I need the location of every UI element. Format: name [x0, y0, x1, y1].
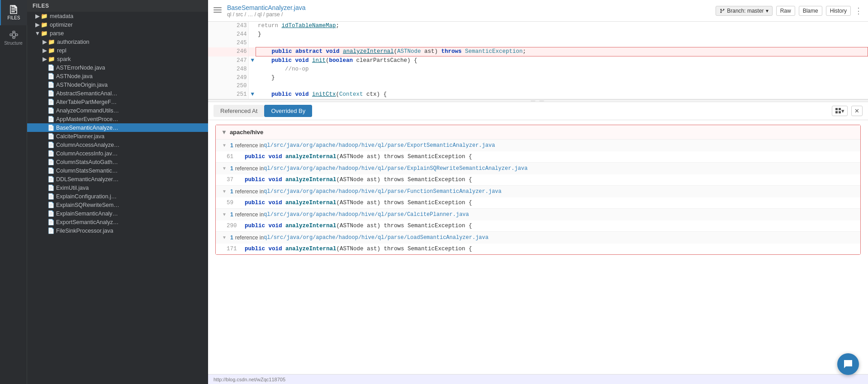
- ref-tab-actions: ▾ ✕: [832, 106, 863, 116]
- sidebar-tab-structure[interactable]: Structure: [0, 25, 27, 51]
- main-content: BaseSemanticAnalyzer.java ql / src / … /…: [208, 0, 868, 384]
- java-file-icon: 📄: [48, 176, 54, 183]
- svg-rect-2: [11, 9, 17, 10]
- svg-point-16: [721, 11, 722, 13]
- tree-item-calciteplanner[interactable]: ▶ 📄 CalcitePlanner.java: [27, 132, 208, 140]
- topbar-filename-section: BaseSemanticAnalyzer.java ql / src / … /…: [227, 4, 306, 18]
- tree-item-columnaccessanalyze[interactable]: ▶ 📄 ColumnAccessAnalyze…: [27, 140, 208, 149]
- tree-item-exportsemanticanalyz[interactable]: ▶ 📄 ExportSemanticAnalyz…: [27, 218, 208, 226]
- tree-item-appmastereventproce[interactable]: ▶ 📄 AppMasterEventProce…: [27, 115, 208, 123]
- collapse-icon[interactable]: ▼: [221, 166, 228, 171]
- tab-overridden-by[interactable]: Overrided By: [264, 105, 312, 117]
- menu-icon[interactable]: [213, 6, 222, 15]
- code-area: 243 return idToTableNameMap; 244 } 245: [208, 22, 868, 99]
- tree-item-optimizer[interactable]: ▶ 📁 optimizer: [27, 20, 208, 29]
- ref-item-header-4: ▼ 1 reference in ql/src/java/org/apache/…: [216, 232, 860, 244]
- folder-icon: 📁: [48, 56, 55, 62]
- close-panel-button[interactable]: ✕: [851, 106, 863, 116]
- java-file-icon: 📄: [48, 219, 54, 225]
- collapse-icon[interactable]: ▼: [221, 189, 228, 194]
- ref-item-code-4: 171 public void analyzeInternal(ASTNode …: [216, 244, 860, 254]
- collapse-icon[interactable]: ▼: [221, 212, 228, 217]
- tree-item-eximutil[interactable]: ▶ 📄 EximUtil.java: [27, 183, 208, 192]
- history-button[interactable]: History: [826, 6, 851, 16]
- tree-item-astnodeorigin[interactable]: ▶ 📄 ASTNodeOrigin.java: [27, 80, 208, 89]
- more-options-icon[interactable]: ⋮: [854, 6, 863, 16]
- branch-button[interactable]: Branch: master ▾: [716, 6, 772, 16]
- topbar-actions: Branch: master ▾ Raw Blame History ⋮: [716, 6, 863, 16]
- tree-item-filesinkprocessor[interactable]: ▶ 📄 FileSinkProcessor.java: [27, 226, 208, 235]
- tree-item-asterrornode[interactable]: ▶ 📄 ASTErrorNode.java: [27, 63, 208, 72]
- ref-item-code-1: 37 public void analyzeInternal(ASTNode a…: [216, 174, 860, 185]
- sidebar-tab-files[interactable]: FILES: [0, 0, 27, 25]
- chevron-right-icon: ▼: [221, 129, 227, 136]
- sidebar-icon-column: FILES Structure: [0, 0, 27, 384]
- tree-item-abstractsemanticanal[interactable]: ▶ 📄 AbstractSemanticAnal…: [27, 89, 208, 98]
- code-line-249: 249 }: [208, 74, 868, 82]
- ref-group-header: ▼ apache/hive: [216, 125, 860, 140]
- tree-item-repl[interactable]: ▶ 📁 repl: [27, 46, 208, 55]
- chevron-right-icon: ▶: [42, 56, 48, 62]
- ref-item-header-1: ▼ 1 reference in ql/src/java/org/apache/…: [216, 163, 860, 174]
- tab-referenced-at[interactable]: Referenced At: [213, 105, 264, 117]
- ref-item-header-2: ▼ 1 reference in ql/src/java/org/apache/…: [216, 186, 860, 197]
- topbar: BaseSemanticAnalyzer.java ql / src / … /…: [208, 0, 868, 22]
- chevron-down-icon: ▼: [34, 30, 41, 37]
- chat-icon: [843, 359, 853, 369]
- tree-item-explainsqrewritesem[interactable]: ▶ 📄 ExplainSQRewriteSem…: [27, 201, 208, 209]
- tree-item-explainsemanticanaly[interactable]: ▶ 📄 ExplainSemanticAnaly…: [27, 209, 208, 218]
- tree-item-parse[interactable]: ▼ 📁 parse: [27, 29, 208, 37]
- collapse-icon[interactable]: ▼: [221, 235, 228, 240]
- topbar-filename: BaseSemanticAnalyzer.java: [227, 4, 306, 11]
- svg-rect-19: [839, 108, 841, 110]
- ref-item-0: ▼ 1 reference in ql/src/java/org/apache/…: [216, 140, 860, 163]
- folder-icon: 📁: [48, 38, 55, 45]
- java-file-icon: 📄: [48, 193, 54, 200]
- tree-item-columnstatssemantic[interactable]: ▶ 📄 ColumnStatsSemantic…: [27, 166, 208, 175]
- svg-rect-14: [213, 12, 222, 13]
- status-bar: http://blog.csdn.net/wZqc118705: [208, 374, 868, 384]
- svg-rect-3: [11, 11, 15, 12]
- code-scroll[interactable]: 243 return idToTableNameMap; 244 } 245: [208, 22, 868, 99]
- java-file-icon: 📄: [48, 99, 54, 105]
- close-icon: ✕: [854, 108, 859, 114]
- grid-icon: [835, 108, 841, 114]
- tree-item-altertablepartmergef[interactable]: ▶ 📄 AlterTablePartMergeF…: [27, 98, 208, 106]
- tree-item-basesemanticanalyze[interactable]: ▶ 📄 BaseSemanticAnalyze…: [27, 123, 208, 132]
- ref-item-4: ▼ 1 reference in ql/src/java/org/apache/…: [216, 232, 860, 254]
- tree-item-metadata[interactable]: ▶ 📁 metadata: [27, 12, 208, 20]
- svg-rect-7: [15, 34, 18, 36]
- java-file-icon: 📄: [48, 202, 54, 208]
- structure-icon: [9, 30, 18, 39]
- tree-item-columnaccessinfo[interactable]: ▶ 📄 ColumnAccessInfo.jav…: [27, 149, 208, 158]
- tree-item-authorization[interactable]: ▶ 📁 authorization: [27, 37, 208, 46]
- ref-item-1: ▼ 1 reference in ql/src/java/org/apache/…: [216, 163, 860, 186]
- collapse-icon[interactable]: ▼: [221, 143, 228, 148]
- ref-item-code-0: 61 public void analyzeInternal(ASTNode a…: [216, 151, 860, 162]
- view-toggle-button[interactable]: ▾: [832, 106, 848, 116]
- blame-button[interactable]: Blame: [799, 6, 822, 16]
- tree-item-explainconfiguration[interactable]: ▶ 📄 ExplainConfiguration.j…: [27, 192, 208, 201]
- java-file-icon: 📄: [48, 125, 54, 131]
- tree-item-ddlsemanticanalyzer[interactable]: ▶ 📄 DDLSemanticAnalyzer…: [27, 175, 208, 183]
- chat-button[interactable]: [837, 353, 859, 375]
- sidebar-header: FILES: [27, 0, 208, 12]
- svg-rect-1: [11, 8, 17, 9]
- tree-item-analyzecommandutils[interactable]: ▶ 📄 AnalyzeCommandUtils…: [27, 106, 208, 115]
- java-file-icon: 📄: [48, 108, 54, 114]
- files-icon: [9, 5, 19, 14]
- chevron-right-icon: ▶: [42, 38, 48, 45]
- java-file-icon: 📄: [48, 65, 54, 71]
- raw-button[interactable]: Raw: [776, 6, 795, 16]
- topbar-breadcrumb: ql / src / … / ql / parse /: [227, 11, 306, 18]
- code-line-246: 246 public abstract void analyzeInternal…: [208, 47, 868, 56]
- java-file-icon: 📄: [48, 133, 54, 140]
- tree-item-astnode[interactable]: ▶ 📄 ASTNode.java: [27, 72, 208, 80]
- tree-item-spark[interactable]: ▶ 📁 spark: [27, 55, 208, 63]
- ref-content[interactable]: ▼ apache/hive ▼ 1 reference in ql/src/ja…: [208, 120, 868, 374]
- folder-icon: 📁: [41, 13, 48, 19]
- status-url: http://blog.csdn.net/wZqc118705: [213, 377, 285, 382]
- tree-item-columnstatsautogath[interactable]: ▶ 📄 ColumnStatsAutoGath…: [27, 158, 208, 166]
- svg-point-15: [721, 9, 722, 10]
- code-line-244: 244 }: [208, 30, 868, 39]
